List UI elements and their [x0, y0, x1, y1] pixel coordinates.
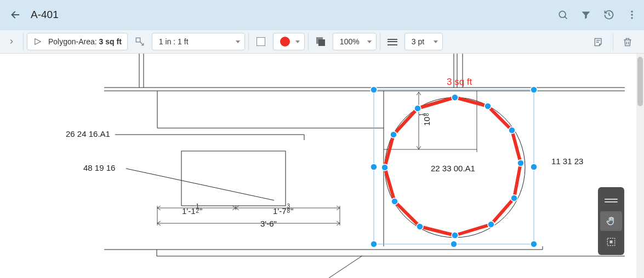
stroke-width-icon[interactable] — [384, 33, 401, 50]
svg-line-32 — [232, 206, 236, 208]
svg-line-19 — [126, 169, 274, 200]
search-icon[interactable] — [556, 8, 569, 21]
lines-icon — [387, 41, 397, 42]
callout-label-2: 48 19 16 — [83, 163, 115, 172]
chevron-down-icon — [295, 40, 300, 43]
svg-point-59 — [517, 160, 524, 166]
select-area-button[interactable] — [600, 232, 622, 252]
toolbar-separator — [308, 33, 309, 50]
drawing-canvas[interactable]: 3 sq ft 26 24 16.A1 48 19 16 1'-112" 1'-… — [0, 54, 636, 278]
drag-handle[interactable] — [600, 190, 622, 210]
dimension-label: 1'-738" — [273, 204, 293, 216]
svg-line-48 — [419, 146, 421, 149]
page-title: A-401 — [31, 9, 59, 21]
svg-line-31 — [157, 208, 161, 210]
history-icon[interactable] — [602, 8, 615, 21]
svg-rect-16 — [181, 151, 286, 206]
overflow-menu-icon[interactable] — [625, 8, 639, 21]
scale-icon[interactable] — [131, 33, 149, 50]
svg-point-49 — [371, 86, 377, 93]
svg-line-30 — [157, 206, 161, 208]
expand-toolbar-button[interactable] — [3, 33, 20, 50]
scrollbar-thumb[interactable] — [637, 57, 643, 106]
svg-line-34 — [236, 206, 239, 208]
opacity-swatch-icon — [316, 37, 325, 46]
svg-line-37 — [337, 208, 340, 210]
stroke-color-icon[interactable] — [252, 33, 270, 50]
svg-line-38 — [157, 221, 161, 223]
svg-point-67 — [414, 105, 421, 112]
opacity-dropdown[interactable]: 100% — [333, 33, 377, 50]
chevron-down-icon — [236, 40, 240, 43]
svg-point-52 — [531, 241, 537, 247]
svg-point-62 — [452, 232, 458, 239]
grip-icon — [605, 198, 618, 203]
swatch-none-icon — [257, 37, 265, 46]
svg-point-51 — [371, 241, 377, 247]
toolbar-right — [590, 30, 639, 54]
svg-line-36 — [337, 206, 340, 208]
svg-point-3 — [631, 17, 632, 19]
stroke-width-value: 3 pt — [412, 37, 424, 46]
toolbar-separator — [380, 33, 380, 50]
svg-line-39 — [157, 223, 161, 225]
svg-line-35 — [236, 208, 239, 210]
opacity-icon[interactable] — [312, 33, 329, 50]
polygon-area-readout[interactable]: Polygon-Area: 3 sq ft — [27, 33, 128, 50]
toolbar-separator — [613, 33, 613, 51]
svg-point-66 — [390, 131, 397, 138]
vertical-dimension-label: 1018 — [420, 113, 431, 126]
polygon-label: Polygon-Area: 3 sq ft — [48, 37, 122, 46]
pan-tool-button[interactable] — [600, 211, 622, 231]
dimension-label: 1'-112" — [182, 204, 202, 216]
svg-point-58 — [509, 127, 515, 134]
svg-line-46 — [419, 92, 421, 95]
svg-point-2 — [631, 14, 632, 15]
svg-point-1 — [631, 11, 632, 13]
area-label: 3 sq ft — [447, 77, 472, 88]
back-button[interactable] — [5, 5, 25, 25]
svg-point-65 — [381, 164, 388, 171]
scale-value: 1 in : 1 ft — [159, 37, 189, 46]
callout-label-1: 26 24 16.A1 — [66, 129, 110, 138]
header-actions — [556, 0, 639, 30]
scale-dropdown[interactable]: 1 in : 1 ft — [152, 33, 245, 50]
vertical-scrollbar[interactable] — [636, 54, 644, 278]
right-callout-label: 11 31 23 — [551, 157, 583, 166]
svg-point-55 — [451, 241, 457, 247]
dimension-label: 3'-6" — [260, 219, 277, 228]
svg-point-64 — [391, 198, 398, 205]
svg-point-61 — [488, 221, 494, 228]
opacity-value: 100% — [340, 37, 360, 46]
svg-line-40 — [337, 221, 340, 223]
svg-line-33 — [232, 208, 236, 210]
svg-rect-69 — [610, 241, 613, 244]
svg-point-54 — [531, 164, 537, 170]
svg-rect-4 — [136, 38, 140, 42]
svg-point-0 — [559, 11, 566, 18]
toolbar-separator — [23, 33, 24, 50]
svg-line-41 — [337, 223, 340, 225]
app-header: A-401 — [0, 0, 644, 30]
svg-point-50 — [531, 86, 537, 93]
filter-icon[interactable] — [579, 8, 592, 21]
chevron-down-icon — [367, 40, 372, 43]
fill-color-dropdown[interactable] — [273, 33, 305, 50]
svg-point-56 — [452, 94, 458, 101]
toolbar-separator — [248, 33, 249, 50]
svg-point-53 — [371, 164, 377, 170]
swatch-red-icon — [280, 37, 290, 47]
svg-point-60 — [511, 195, 517, 201]
svg-point-57 — [485, 103, 491, 109]
stroke-width-dropdown[interactable]: 3 pt — [404, 33, 443, 50]
svg-line-24 — [329, 256, 362, 278]
note-icon[interactable] — [590, 33, 607, 51]
circle-callout-label: 22 33 00.A1 — [431, 164, 475, 173]
view-tools-panel — [598, 187, 624, 255]
svg-line-45 — [417, 92, 419, 95]
properties-toolbar: Polygon-Area: 3 sq ft 1 in : 1 ft 100% 3… — [0, 30, 644, 54]
svg-point-63 — [417, 223, 423, 230]
svg-line-47 — [417, 146, 419, 149]
chevron-down-icon — [434, 40, 438, 43]
delete-icon[interactable] — [619, 33, 636, 51]
